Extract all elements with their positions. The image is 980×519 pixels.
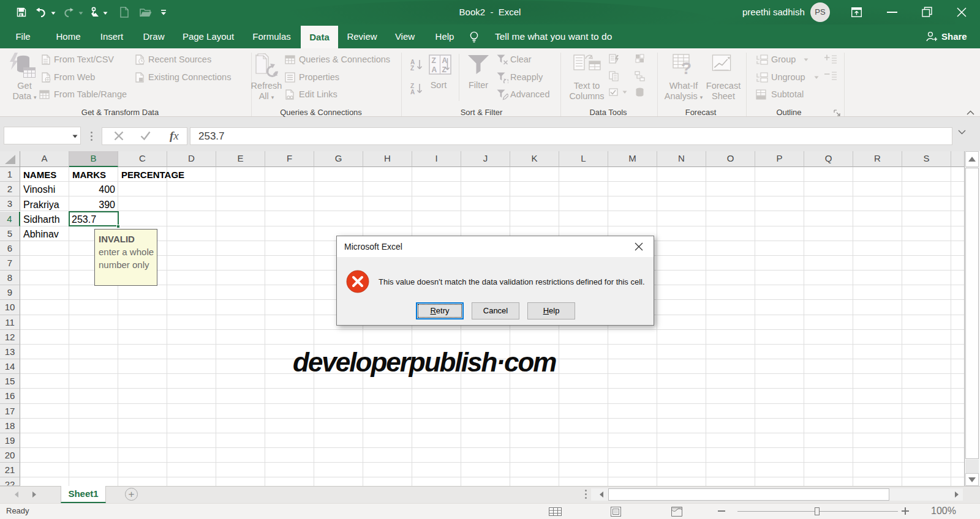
svg-text:?: ? xyxy=(681,59,692,75)
svg-text:A: A xyxy=(410,89,415,95)
svg-text:Z: Z xyxy=(432,56,436,65)
svg-text:Z: Z xyxy=(410,65,414,71)
svg-text:A: A xyxy=(442,56,448,65)
svg-text:Z: Z xyxy=(442,65,447,74)
svg-text:A: A xyxy=(432,65,437,74)
